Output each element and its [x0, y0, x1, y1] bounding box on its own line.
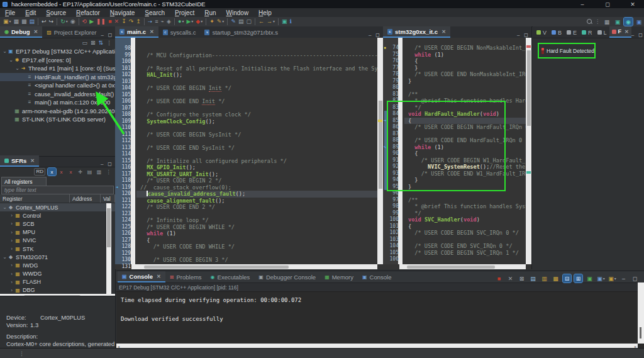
view-menu-icon[interactable]: ⋮ — [106, 40, 112, 46]
debug-small-icon[interactable]: ◉ — [70, 18, 76, 26]
register-row[interactable]: ›▦MPU — [0, 228, 115, 237]
register-row[interactable]: ⌄◆Cortex_M0PLUS — [0, 203, 115, 211]
undo-icon[interactable]: ↩ — [41, 18, 47, 26]
tab-console[interactable]: ▣Console✕ — [118, 271, 165, 282]
code-line[interactable]: 105 — [115, 92, 377, 99]
maximize-view-icon[interactable]: ◻ — [375, 32, 380, 38]
tab-v[interactable]: V — [534, 27, 549, 38]
minimize-view-icon[interactable]: – — [101, 161, 103, 167]
tab-console[interactable]: ▣Console — [358, 272, 396, 282]
code-line[interactable]: 100 — [115, 59, 377, 65]
code-line[interactable]: 84void HardFault_Handler(void) — [383, 111, 526, 118]
tab-memory[interactable]: ▦Memory — [320, 272, 358, 282]
debug-tree-item[interactable]: ⌄✱EP17.elf [cores: 0] — [0, 56, 115, 65]
menu-file[interactable]: File — [0, 9, 20, 16]
run-last-icon[interactable]: ●▾ — [177, 18, 184, 26]
column-val[interactable]: Val — [101, 194, 115, 203]
column-register[interactable]: Register — [0, 194, 70, 203]
code-line[interactable]: 124 /* Infinite loop */ — [115, 217, 377, 224]
step-over-icon[interactable]: ↷ — [128, 18, 135, 26]
code-line[interactable]: 99 */ — [383, 210, 526, 217]
remove-all-terminated-icon[interactable]: ⊠ — [91, 40, 96, 46]
rd-button[interactable]: RD — [34, 168, 45, 176]
debug-tree-item[interactable]: ⌄➜Thread #1 [main] 1 [core: 0] (Suspende — [0, 64, 115, 73]
tab-sfrs[interactable]: SFRs✕ — [0, 155, 39, 167]
code-line[interactable]: 77 } — [383, 65, 526, 72]
terminate-icon[interactable]: ■ — [108, 18, 112, 26]
debug-tree-item[interactable]: ≡main() at main.c:120 0x8000 — [0, 98, 115, 107]
launch-refresh-icon[interactable]: ↻▾ — [60, 18, 69, 26]
editor-horizontal-scrollbar[interactable] — [131, 264, 377, 269]
open-perspective-icon[interactable]: ▦ — [602, 18, 611, 26]
pin-console-icon[interactable]: ⊞ — [574, 274, 582, 282]
build-icon[interactable]: ▤ — [29, 18, 36, 26]
console-output[interactable]: Time elapsed during verifying operation:… — [116, 291, 638, 344]
code-line[interactable]: 112 — [115, 138, 377, 145]
editor-vertical-scrollbar[interactable] — [377, 38, 383, 264]
view-menu-icon[interactable]: ⋮ — [104, 168, 113, 176]
tab-l[interactable]: L — [595, 27, 609, 38]
register-row[interactable]: ›▦NVIC — [0, 237, 115, 245]
code-line[interactable]: 100void SVC_Handler(void) — [383, 216, 526, 223]
debug-launch-icon[interactable]: ▶▾ — [186, 18, 194, 26]
code-line[interactable]: 93 /* USER CODE END W1_HardFault_IRQ — [383, 171, 526, 177]
mark-occurrences-icon[interactable]: ✎ — [230, 18, 236, 26]
save-all-icon[interactable]: ▩ — [21, 18, 28, 26]
cpp-perspective-icon[interactable]: ▣ — [635, 18, 643, 26]
code-line[interactable]: 76 { — [383, 58, 526, 65]
code-line[interactable]: 87 — [383, 131, 526, 138]
code-line[interactable]: 75 while (1) — [383, 52, 526, 59]
code-line[interactable]: 130 /* USER CODE BEGIN 3 */ — [115, 257, 377, 264]
minimize-view-icon[interactable]: – — [101, 32, 103, 38]
tab-all-registers[interactable]: All registers — [1, 177, 47, 186]
minimize-button[interactable]: – — [579, 1, 586, 8]
debug-tree-item[interactable]: ≡cause_invalid_address_fault() at mai — [0, 90, 115, 99]
code-line[interactable]: 102 /* USER CODE BEGIN SVC_IRQn 0 */ — [383, 230, 526, 237]
word-wrap-icon[interactable]: ▩ — [552, 274, 560, 282]
clear-console-icon[interactable]: ▤ — [529, 274, 537, 282]
maximize-button[interactable]: ◻ — [604, 1, 611, 8]
close-button[interactable]: ✕ — [629, 1, 636, 8]
maximize-view-icon[interactable]: ◻ — [524, 32, 528, 38]
new-icon[interactable]: ▣▾ — [3, 18, 12, 26]
show-on-output-icon[interactable]: ⊟ — [563, 274, 571, 282]
external-tools-icon[interactable]: ✦ — [209, 18, 215, 26]
remove-launch-icon[interactable]: ✕ — [506, 274, 514, 282]
debug-tree-item[interactable]: ≡<signal handler called>() at 0xffffff — [0, 81, 115, 90]
code-line[interactable]: 104 /* USER CODE BEGIN Init */ — [115, 85, 377, 92]
code-line[interactable]: 86 /* USER CODE BEGIN HardFault_IRQn 0 — [383, 124, 526, 131]
code-line[interactable]: 114 — [115, 151, 377, 158]
restart-icon[interactable]: ⟲ — [82, 18, 88, 26]
minimize-view-icon[interactable]: – — [369, 32, 371, 38]
code-line[interactable]: 78 /* USER CODE END NonMaskableInt_IRQ — [383, 71, 526, 78]
tab-syscalls-c[interactable]: csyscalls.c — [158, 27, 201, 38]
register-row[interactable]: ›▦STK — [0, 245, 115, 253]
profile-icon[interactable]: ◆▾ — [195, 18, 203, 26]
remove-all-launches-icon[interactable]: ⊠ — [518, 274, 526, 282]
code-line[interactable]: 80 — [383, 84, 526, 91]
register-row[interactable]: ›▦FLASH — [0, 278, 115, 286]
code-line[interactable]: ➜85{ — [383, 118, 526, 125]
annotate-icon[interactable]: ✎▾ — [216, 18, 225, 26]
code-line[interactable]: 103 — [383, 237, 526, 243]
tab-executables[interactable]: ◉Executables — [206, 272, 255, 282]
code-line[interactable]: 126 while (1) — [115, 230, 377, 237]
menu-navigate[interactable]: Navigate — [105, 9, 140, 16]
new-console-icon[interactable]: ▣▾ — [608, 274, 616, 282]
code-line[interactable]: 83 */ — [383, 104, 526, 111]
code-line[interactable]: 97/** — [383, 197, 526, 204]
code-line[interactable]: 110 — [115, 125, 377, 131]
close-tab-icon[interactable]: ✕ — [34, 29, 38, 35]
code-line[interactable]: 101 /* Reset of all peripherals, Initial… — [115, 65, 377, 72]
tab-startup_stm32g071rbtx-s[interactable]: sstartup_stm32g071rbtx.s — [200, 27, 282, 38]
code-line[interactable]: 104 /* USER CODE END SVC_IRQn 0 */ — [383, 243, 526, 250]
debug-tree-item[interactable]: ≡HardFault_Handler() at stm32g0xx_ — [0, 73, 115, 82]
resume-icon[interactable]: ▶ — [89, 18, 94, 26]
search-icon[interactable] — [587, 19, 592, 25]
code-line[interactable]: ✎89 while (1) — [383, 144, 526, 151]
terminate-icon[interactable]: ■ — [495, 274, 503, 282]
minimize-view-icon[interactable]: – — [517, 32, 519, 38]
disconnect-icon[interactable]: ✕ — [114, 18, 120, 26]
display-selected-icon[interactable]: ▣ — [586, 274, 594, 282]
code-line[interactable]: 88 /* USER CODE END HardFault_IRQn 0 * — [383, 137, 526, 144]
